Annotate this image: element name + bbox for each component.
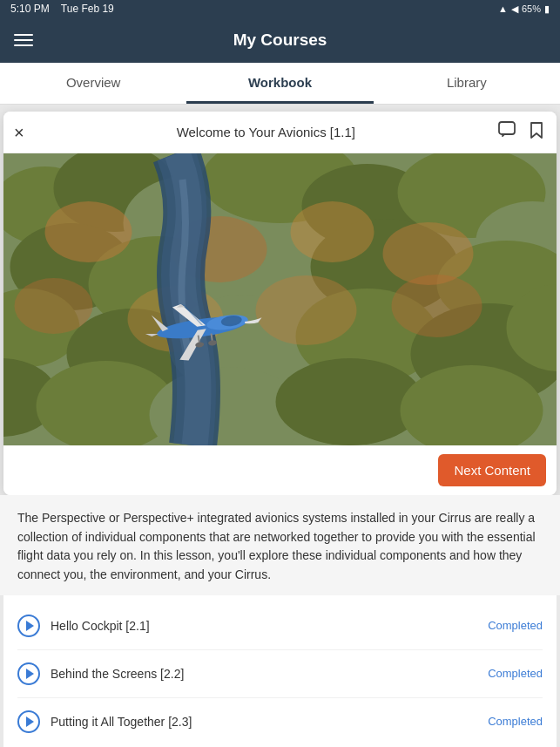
comment-icon[interactable]	[497, 120, 516, 144]
bookmark-icon[interactable]	[527, 120, 546, 144]
lesson-item-2[interactable]: Behind the Screens [2.2] Completed	[17, 650, 543, 698]
lesson-name-1: Hello Cockpit [2.1]	[51, 619, 488, 633]
status-time: 5:10 PM	[10, 3, 50, 15]
lesson-name-3: Putting it All Together [2.3]	[51, 715, 488, 729]
status-date: Tue Feb 19	[61, 3, 114, 15]
battery-icon: ▮	[544, 3, 550, 15]
modal-title: Welcome to Your Avionics [1.1]	[35, 125, 497, 139]
page-title: My Courses	[233, 31, 327, 50]
svg-point-32	[256, 275, 357, 345]
status-bar: 5:10 PM Tue Feb 19 ▲ ◀ 65% ▮	[0, 0, 560, 17]
status-indicators: ▲ ◀ 65% ▮	[498, 3, 550, 15]
lesson-item-1[interactable]: Hello Cockpit [2.1] Completed	[17, 602, 543, 650]
play-icon-2	[17, 662, 40, 685]
lesson-list: Hello Cockpit [2.1] Completed Behind the…	[3, 595, 557, 747]
next-content-wrapper: Next Content	[3, 445, 557, 495]
lesson-name-2: Behind the Screens [2.2]	[51, 667, 488, 681]
lesson-status-2: Completed	[488, 667, 543, 680]
svg-point-28	[291, 201, 374, 262]
svg-point-26	[45, 201, 132, 262]
content-area: × Welcome to Your Avionics [1.1]	[0, 112, 560, 747]
svg-point-24	[276, 358, 424, 445]
lesson-status-1: Completed	[488, 619, 543, 632]
close-button[interactable]: ×	[14, 124, 24, 141]
tab-overview[interactable]: Overview	[0, 63, 186, 104]
tabs-bar: Overview Workbook Library	[0, 63, 560, 105]
wifi-icon: ▲	[498, 3, 508, 14]
play-icon-1	[17, 615, 40, 637]
body-section: The Perspective or Perspective+ integrat…	[0, 495, 560, 595]
svg-point-30	[15, 278, 93, 334]
lesson-item-3[interactable]: Putting it All Together [2.3] Completed	[17, 698, 543, 745]
tab-library[interactable]: Library	[374, 63, 560, 104]
svg-point-33	[392, 275, 482, 337]
modal-actions	[497, 120, 546, 144]
modal-card: × Welcome to Your Avionics [1.1]	[3, 112, 557, 495]
signal-icon: ◀	[511, 3, 518, 15]
hero-image	[3, 153, 557, 445]
body-text: The Perspective or Perspective+ integrat…	[17, 509, 543, 585]
menu-button[interactable]	[14, 34, 33, 46]
modal-header: × Welcome to Your Avionics [1.1]	[3, 112, 557, 153]
lesson-status-3: Completed	[488, 715, 543, 728]
play-icon-3	[17, 710, 40, 733]
nav-bar: My Courses	[0, 17, 560, 63]
tab-workbook[interactable]: Workbook	[186, 63, 373, 104]
svg-rect-0	[499, 122, 515, 134]
next-content-button[interactable]: Next Content	[438, 454, 546, 486]
battery-level: 65%	[522, 3, 541, 14]
